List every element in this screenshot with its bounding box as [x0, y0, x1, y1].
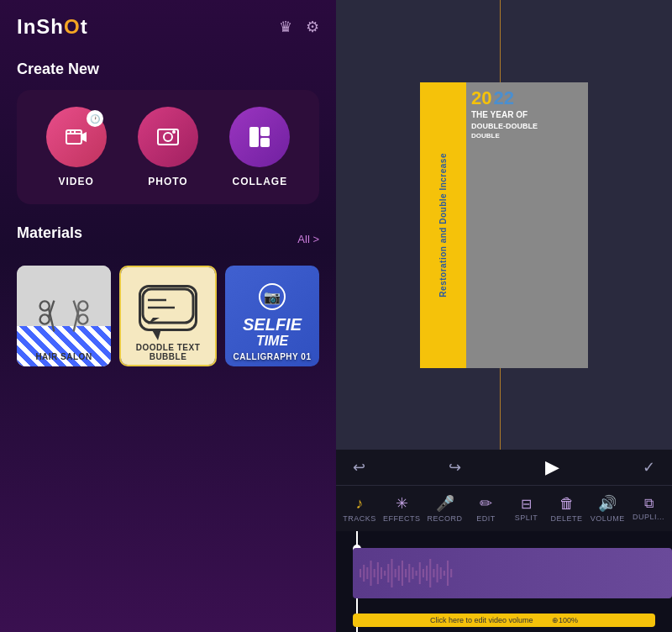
create-cards-container: 🕐 VIDEO PHOTO	[17, 90, 319, 204]
tooltip-text: Click here to edit video volume	[430, 616, 533, 624]
duplicate-icon: ⧉	[644, 496, 654, 511]
photo-label: PHOTO	[148, 176, 187, 187]
svg-rect-41	[426, 566, 428, 581]
yellow-sidebar-bar: Restoration and Double Increase	[420, 82, 466, 368]
create-new-section: Create New 🕐 VIDEO	[0, 47, 336, 211]
materials-header: Materials All >	[17, 224, 319, 254]
svg-rect-40	[423, 569, 424, 577]
tool-effects[interactable]: ✳ EFFECTS	[380, 491, 423, 526]
svg-rect-35	[405, 569, 407, 577]
materials-all-link[interactable]: All >	[297, 233, 319, 245]
calligraphy-inner: 📷 SELFIE TIME	[225, 266, 319, 366]
svg-rect-25	[370, 561, 371, 586]
waveform-svg	[360, 552, 665, 594]
photo-icon	[155, 124, 181, 150]
svg-rect-28	[381, 567, 382, 579]
year-line: THE YEAR OF	[471, 109, 583, 120]
materials-section: Materials All >	[0, 211, 336, 632]
calligraphy-label: CALLIGRAPHY 01	[225, 352, 319, 361]
timeline-track[interactable]	[353, 548, 672, 598]
volume-label: VOLUME	[591, 514, 625, 523]
check-button[interactable]: ✓	[643, 458, 655, 477]
content-line: DOUBLE	[471, 132, 583, 140]
record-label: RECORD	[428, 514, 463, 523]
material-card-doodle[interactable]: DOODLE TEXT BUBBLE	[119, 266, 217, 366]
selfie-camera-icon: 📷	[264, 289, 281, 305]
create-card-photo[interactable]: PHOTO	[138, 107, 198, 187]
create-card-collage[interactable]: COLLAGE	[229, 107, 290, 187]
crown-icon[interactable]: ♛	[279, 18, 292, 36]
year-end: 22	[493, 89, 513, 108]
scissors-right-icon	[67, 299, 91, 333]
undo-button[interactable]: ↩	[353, 458, 365, 477]
svg-rect-36	[408, 564, 410, 582]
hair-salon-inner	[17, 266, 111, 366]
video-badge: 🕐	[87, 110, 103, 127]
duplicate-label: DUPLI...	[633, 513, 664, 521]
create-new-title: Create New	[17, 61, 319, 78]
svg-rect-31	[391, 559, 392, 587]
timeline: 2011 2 Click here to edit video volume ⊕…	[336, 531, 672, 632]
app-logo: InShOt	[17, 15, 88, 39]
video-preview: ◀ Restoration and Double Increase 20 22 …	[336, 0, 672, 450]
video-canvas: Restoration and Double Increase 20 22 TH…	[420, 82, 588, 368]
edit-icon: ✏	[480, 494, 492, 513]
svg-rect-32	[395, 569, 396, 577]
toolbar: ♪ TRACKS ✳ EFFECTS 🎤 RECORD ✏ EDIT ⊟ SPL…	[336, 485, 672, 531]
svg-rect-45	[440, 567, 442, 579]
scissors-left-icon	[37, 299, 60, 333]
material-card-calligraphy[interactable]: 📷 SELFIE TIME CALLIGRAPHY 01	[225, 266, 319, 366]
tool-duplicate[interactable]: ⧉ DUPLI...	[628, 492, 669, 524]
create-card-video[interactable]: 🕐 VIDEO	[46, 107, 107, 187]
tool-edit[interactable]: ✏ EDIT	[466, 491, 507, 526]
video-icon-wrap: 🕐	[46, 107, 107, 167]
app-header: InShOt ♛ ⚙	[0, 0, 336, 47]
svg-rect-29	[384, 571, 386, 576]
delete-label: DELETE	[551, 514, 583, 523]
svg-rect-39	[419, 562, 421, 584]
collage-icon-wrap	[229, 107, 290, 167]
play-button[interactable]: ▶	[545, 456, 559, 478]
tool-tracks[interactable]: ♪ TRACKS	[339, 492, 380, 526]
svg-rect-9	[260, 127, 270, 136]
delete-icon: 🗑	[559, 495, 575, 513]
svg-rect-26	[374, 569, 375, 577]
sidebar-text: Restoration and Double Increase	[435, 150, 451, 301]
collage-grid-icon	[246, 124, 273, 150]
left-panel: InShOt ♛ ⚙ Create New 🕐	[0, 0, 336, 632]
material-card-hair-salon[interactable]: HAIR SALON	[17, 266, 111, 366]
tool-volume[interactable]: 🔊 VOLUME	[587, 491, 628, 526]
svg-rect-33	[398, 566, 400, 581]
timeline-tooltip[interactable]: Click here to edit video volume ⊕100%	[353, 614, 655, 627]
svg-rect-10	[260, 138, 270, 147]
svg-rect-42	[429, 559, 431, 587]
svg-rect-22	[360, 569, 361, 577]
svg-rect-23	[363, 565, 365, 582]
year-start: 20	[471, 89, 491, 108]
svg-rect-47	[447, 561, 449, 586]
materials-grid: HAIR SALON	[17, 266, 319, 366]
tool-split[interactable]: ⊟ SPLIT	[507, 492, 547, 525]
split-label: SPLIT	[515, 514, 538, 522]
svg-rect-34	[402, 561, 403, 586]
right-text-area: 20 22 THE YEAR OF DOUBLE-DOUBLE DOUBLE	[466, 82, 588, 368]
hair-salon-label: HAIR SALON	[17, 352, 111, 361]
settings-icon[interactable]: ⚙	[306, 18, 319, 36]
photo-icon-wrap	[138, 107, 198, 167]
video-clapboard-icon	[63, 124, 90, 150]
double-line: DOUBLE-DOUBLE	[471, 122, 583, 131]
redo-button[interactable]: ↪	[449, 458, 461, 477]
materials-title: Materials	[17, 224, 82, 242]
svg-rect-43	[433, 569, 434, 577]
tool-delete[interactable]: 🗑 DELETE	[547, 492, 587, 526]
tool-record[interactable]: 🎤 RECORD	[423, 491, 465, 526]
svg-rect-48	[450, 569, 452, 577]
svg-rect-24	[366, 567, 368, 579]
doodle-label: DOODLE TEXT BUBBLE	[121, 343, 215, 361]
collage-label: COLLAGE	[232, 176, 287, 187]
svg-rect-30	[387, 564, 389, 582]
hair-salon-bg	[17, 266, 111, 366]
svg-rect-8	[249, 127, 259, 147]
svg-point-6	[164, 133, 172, 141]
tracks-label: TRACKS	[343, 514, 376, 523]
